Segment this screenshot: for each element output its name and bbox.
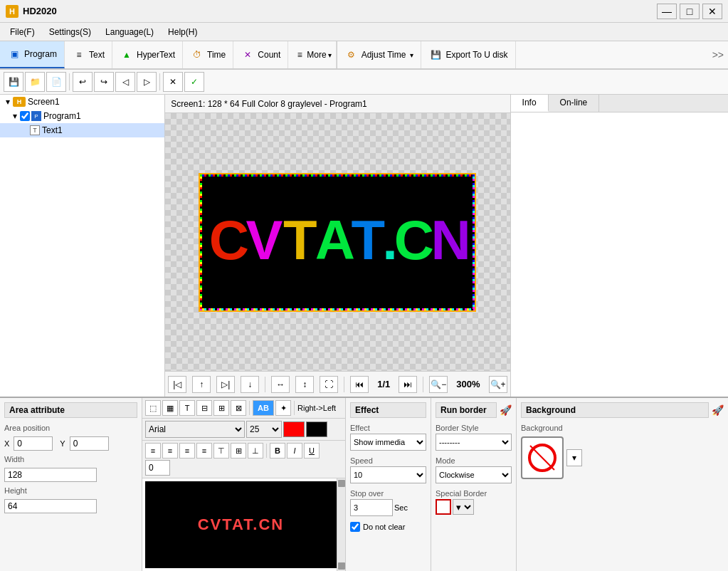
text-format-btn[interactable]: ▦: [162, 400, 178, 416]
toolbar-program[interactable]: ▣ Program: [0, 41, 65, 68]
tab-info[interactable]: Info: [511, 95, 549, 112]
font-size-select[interactable]: 25: [246, 421, 282, 438]
align-right-btn[interactable]: ≡: [179, 443, 195, 459]
nav-separator3: [423, 377, 423, 392]
svg-text:N: N: [431, 209, 470, 271]
text-insert-r-btn[interactable]: ⊠: [231, 400, 246, 416]
bold-btn[interactable]: B: [270, 443, 285, 459]
titlebar-controls[interactable]: — □ ✕: [657, 4, 722, 19]
y-input[interactable]: [70, 436, 109, 451]
toolbar-time[interactable]: ⏱ Time: [183, 41, 233, 68]
open-btn[interactable]: 📁: [25, 72, 45, 92]
tree-toggle-program1[interactable]: ▾: [10, 111, 20, 121]
do-not-clear-checkbox[interactable]: [350, 522, 360, 532]
tab-online[interactable]: On-line: [549, 95, 600, 112]
prev-page-btn[interactable]: ⏮: [350, 376, 369, 393]
minimize-button[interactable]: —: [657, 4, 677, 19]
height-input[interactable]: [4, 499, 97, 513]
x-input[interactable]: [14, 436, 53, 451]
text-scrollbar[interactable]: [337, 478, 345, 571]
bg-color-picker[interactable]: [306, 421, 327, 437]
tree-toggle-screen1[interactable]: ▾: [3, 97, 13, 107]
back-btn[interactable]: ◁: [115, 72, 135, 92]
fit-screen-btn[interactable]: ⛶: [320, 376, 338, 393]
special-border-controls: ▾: [436, 499, 512, 515]
menu-file[interactable]: File(F): [3, 26, 42, 38]
last-page-btn[interactable]: ▷|: [216, 376, 235, 393]
maximize-button[interactable]: □: [680, 4, 700, 19]
scroll-up-arrow[interactable]: [338, 480, 345, 487]
text-color-picker[interactable]: [283, 421, 305, 437]
text-editor-panel: ⬚ ▦ T ⊟ ⊞ ⊠ AB ✦ Right->Left Arial 25 ≡: [142, 398, 346, 571]
toolbar-text[interactable]: ≡ Text: [65, 41, 112, 68]
align-top-btn[interactable]: ⊤: [213, 443, 229, 459]
text-insert-tb-btn[interactable]: ⊟: [196, 400, 212, 416]
program1-checkbox[interactable]: [20, 111, 30, 121]
tree-item-text1[interactable]: T Text1: [0, 123, 164, 137]
stop-input[interactable]: [350, 499, 393, 516]
bg-title: Background: [521, 402, 709, 418]
toolbar-export[interactable]: 💾 Export To U disk: [421, 41, 515, 68]
text-sep2: [294, 401, 295, 415]
align-center-btn[interactable]: ≡: [162, 443, 178, 459]
bg-color-box[interactable]: [521, 436, 564, 479]
svg-text:C: C: [394, 209, 434, 271]
new-btn[interactable]: 📄: [46, 72, 66, 92]
tree-item-screen1[interactable]: ▾ H Screen1: [0, 95, 164, 109]
toolbar-hypertext[interactable]: ▲ HyperText: [112, 41, 183, 68]
toolbar-more[interactable]: ≡ More ▾: [288, 41, 336, 68]
effect-select[interactable]: Show immedia Scroll Left Scroll Right Fa…: [350, 434, 426, 451]
first-page-btn[interactable]: |◁: [168, 376, 186, 393]
tree-item-program1[interactable]: ▾ P Program1: [0, 109, 164, 123]
zoom-out-btn[interactable]: 🔍−: [429, 376, 448, 393]
special-border-preview[interactable]: [436, 499, 451, 515]
save-btn[interactable]: 💾: [4, 72, 23, 92]
undo-btn[interactable]: ↩: [73, 72, 93, 92]
run-border-rocket-icon[interactable]: 🚀: [500, 404, 512, 416]
check-btn[interactable]: ✓: [184, 72, 204, 92]
close-button[interactable]: ✕: [702, 4, 722, 19]
next-page-btn[interactable]: ⏭: [399, 376, 417, 393]
fit-height-btn[interactable]: ↕: [295, 376, 314, 393]
speed-select[interactable]: 10 1234 5678 9: [350, 466, 426, 483]
toolbar-count[interactable]: ✕ Count: [233, 41, 288, 68]
text-insert-l-btn[interactable]: ⊞: [213, 400, 229, 416]
italic-btn[interactable]: I: [287, 443, 302, 459]
fit-width-btn[interactable]: ↔: [271, 376, 290, 393]
outline-input[interactable]: [145, 460, 170, 476]
bg-dropdown-btn[interactable]: ▾: [566, 449, 582, 466]
menu-settings[interactable]: Settings(S): [42, 26, 98, 38]
mode-select[interactable]: Clockwise Counter-Clockwise None: [436, 466, 512, 483]
scroll-up-btn[interactable]: ↑: [192, 376, 211, 393]
border-style-select[interactable]: -------- Solid Dashed: [436, 434, 512, 451]
bg-rocket-icon[interactable]: 🚀: [712, 404, 724, 416]
width-input[interactable]: [4, 468, 97, 482]
toolbar-expand[interactable]: >>: [708, 46, 728, 63]
align-justify-btn[interactable]: ≡: [196, 443, 212, 459]
align-middle-btn[interactable]: ⊞: [231, 443, 246, 459]
text-insert-text-btn[interactable]: T: [179, 400, 195, 416]
width-row: Width: [4, 455, 137, 463]
align-bottom-btn[interactable]: ⊥: [248, 443, 263, 459]
forward-btn[interactable]: ▷: [137, 72, 157, 92]
text-content-area[interactable]: CVTAT.CN: [145, 481, 337, 568]
titlebar-left: H HD2020: [6, 5, 57, 18]
scroll-down-btn[interactable]: ↓: [241, 376, 259, 393]
text-select-btn[interactable]: ⬚: [145, 400, 161, 416]
speed-label: Speed: [350, 456, 426, 465]
menu-help[interactable]: Help(H): [161, 26, 204, 38]
delete-btn[interactable]: ✕: [163, 72, 183, 92]
text-color-ab-btn[interactable]: AB: [253, 400, 274, 416]
zoom-in-btn[interactable]: 🔍+: [489, 376, 507, 393]
canvas-body[interactable]: C V T A T . C N: [165, 113, 510, 371]
underline-btn[interactable]: U: [304, 443, 320, 459]
text-special-btn[interactable]: ✦: [275, 400, 291, 416]
toolbar-adjust-time[interactable]: ⚙ Adjust Time ▾: [337, 41, 422, 68]
menu-language[interactable]: Language(L): [98, 26, 161, 38]
scroll-down-arrow[interactable]: [338, 562, 345, 570]
special-border-dropdown[interactable]: ▾: [453, 499, 474, 515]
led-display[interactable]: C V T A T . C N: [199, 173, 476, 312]
font-select[interactable]: Arial: [145, 421, 245, 438]
align-left-btn[interactable]: ≡: [145, 443, 161, 459]
redo-btn[interactable]: ↪: [94, 72, 114, 92]
